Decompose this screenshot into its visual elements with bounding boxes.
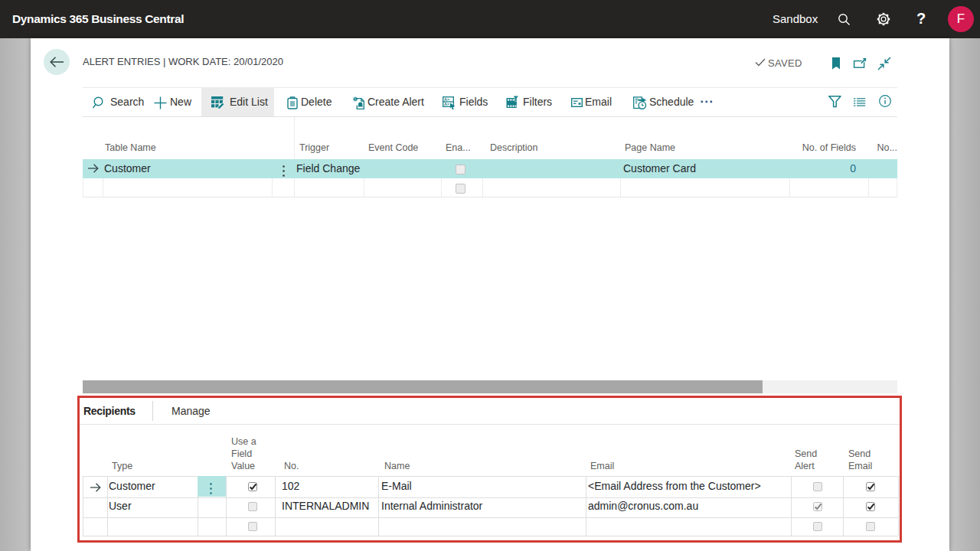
svg-text:A=: A= [444, 97, 449, 102]
svg-text:A=: A= [444, 102, 449, 106]
